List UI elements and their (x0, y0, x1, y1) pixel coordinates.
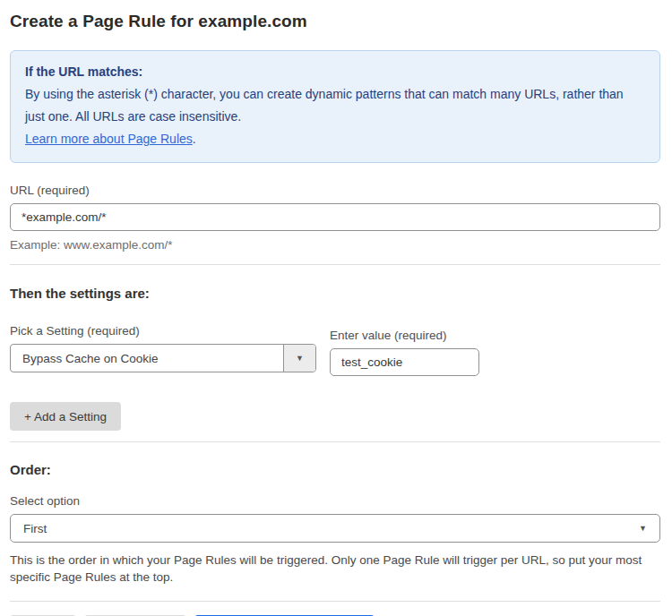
page-title: Create a Page Rule for example.com (10, 10, 660, 31)
order-select[interactable]: First ▼ (10, 514, 660, 543)
pick-setting-selected-value: Bypass Cache on Cookie (11, 345, 283, 372)
learn-more-link[interactable]: Learn more about Page Rules (25, 132, 193, 146)
add-setting-button[interactable]: + Add a Setting (10, 402, 121, 431)
link-suffix: . (193, 132, 196, 146)
url-matches-info-box: If the URL matches: By using the asteris… (10, 50, 660, 163)
divider (10, 441, 660, 442)
divider (10, 601, 660, 602)
order-select-label: Select option (10, 494, 660, 508)
settings-row: Pick a Setting (required) Bypass Cache o… (10, 324, 660, 376)
pick-setting-column: Pick a Setting (required) Bypass Cache o… (10, 324, 316, 372)
url-label: URL (required) (10, 184, 660, 197)
order-section-heading: Order: (10, 462, 660, 477)
order-selected-value: First (23, 522, 639, 535)
enter-value-label: Enter value (required) (330, 329, 479, 342)
pick-setting-select[interactable]: Bypass Cache on Cookie ▼ (10, 344, 316, 372)
url-example-text: Example: www.example.com/* (10, 238, 660, 252)
url-input[interactable] (10, 203, 660, 231)
chevron-down-icon: ▼ (296, 355, 304, 363)
create-page-rule-form: Create a Page Rule for example.com If th… (0, 0, 672, 616)
pick-setting-label: Pick a Setting (required) (10, 324, 316, 338)
enter-value-column: Enter value (required) (330, 329, 479, 376)
order-description: This is the order in which your Page Rul… (10, 552, 655, 586)
info-box-heading: If the URL matches: (25, 61, 645, 83)
setting-value-input[interactable] (330, 348, 479, 376)
info-box-link-line: Learn more about Page Rules. (25, 128, 645, 150)
url-section: URL (required) Example: www.example.com/… (10, 184, 660, 252)
divider (10, 264, 660, 265)
pick-setting-dropdown-button[interactable]: ▼ (283, 345, 315, 372)
settings-section-heading: Then the settings are: (10, 286, 660, 301)
chevron-down-icon: ▼ (639, 525, 647, 533)
info-box-body: By using the asterisk (*) character, you… (25, 83, 645, 128)
